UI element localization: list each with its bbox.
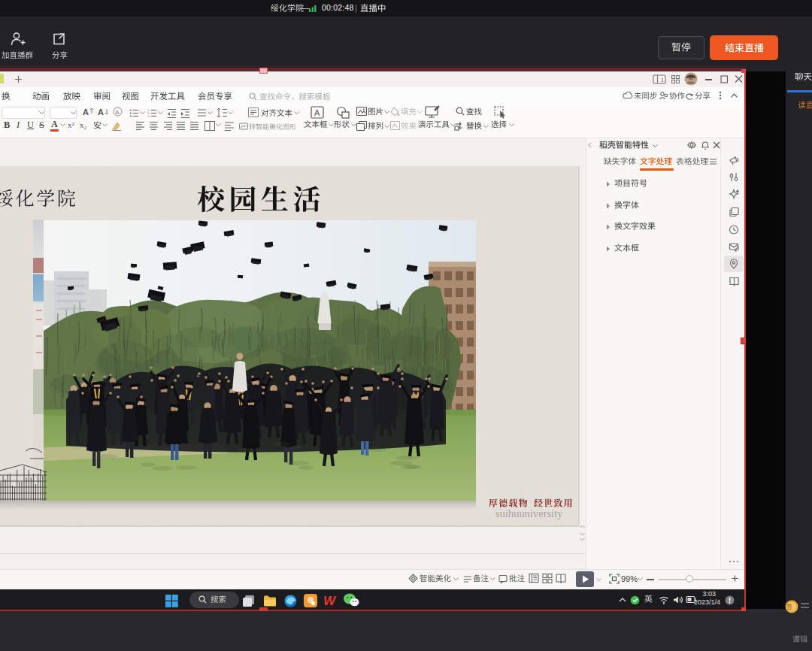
svg-text:1: 1: [661, 77, 664, 83]
svg-text:A: A: [115, 109, 120, 116]
svg-text:W: W: [323, 594, 337, 607]
svg-text:3: 3: [147, 114, 150, 118]
svg-text:A: A: [314, 108, 320, 117]
